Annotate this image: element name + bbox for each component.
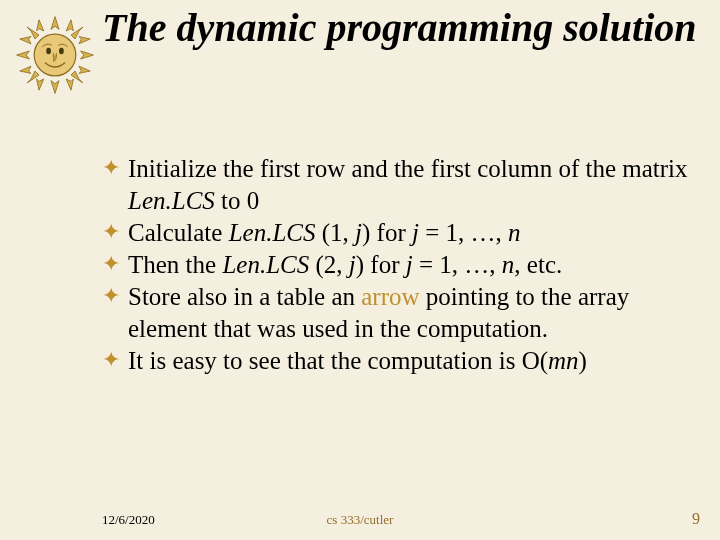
bullet-text: j xyxy=(355,219,362,246)
bullet-text: j xyxy=(412,219,419,246)
bullet-text: Initialize the first row and the first c… xyxy=(128,155,688,182)
bullet-text: ) xyxy=(579,347,587,374)
svg-marker-13 xyxy=(79,66,90,73)
bullet-item: ✦Then the Len.LCS (2, j) for j = 1, …, n… xyxy=(102,249,696,281)
svg-point-18 xyxy=(59,48,64,54)
svg-marker-9 xyxy=(66,20,73,31)
svg-marker-10 xyxy=(20,37,31,44)
bullet-item: ✦Store also in a table an arrow pointing… xyxy=(102,281,696,345)
bullet-text: Calculate xyxy=(128,219,229,246)
bullet-mark-icon: ✦ xyxy=(102,250,120,278)
bullet-text: ) for xyxy=(356,251,406,278)
footer-page-number: 9 xyxy=(692,510,700,528)
bullet-text: (2, xyxy=(309,251,349,278)
svg-point-16 xyxy=(34,34,76,76)
slide-body: ✦Initialize the first row and the first … xyxy=(102,153,696,377)
svg-marker-1 xyxy=(51,81,59,94)
bullet-text: n xyxy=(502,251,515,278)
bullet-mark-icon: ✦ xyxy=(102,218,120,246)
sun-face-icon xyxy=(15,15,95,95)
bullet-item: ✦It is easy to see that the computation … xyxy=(102,345,696,377)
bullet-text: j xyxy=(349,251,356,278)
svg-marker-15 xyxy=(66,79,73,90)
bullet-text: mn xyxy=(548,347,579,374)
bullet-text: = 1, …, xyxy=(413,251,502,278)
slide-title: The dynamic programming solution xyxy=(102,6,700,49)
bullet-text: Then the xyxy=(128,251,222,278)
bullet-text: j xyxy=(406,251,413,278)
svg-marker-0 xyxy=(51,17,59,30)
bullet-text: n xyxy=(508,219,521,246)
svg-marker-12 xyxy=(79,37,90,44)
bullet-mark-icon: ✦ xyxy=(102,154,120,182)
footer-course: cs 333/cutler xyxy=(0,512,720,528)
bullet-text: Len.LCS xyxy=(128,187,215,214)
bullet-mark-icon: ✦ xyxy=(102,346,120,374)
bullet-text: Store also in a table an xyxy=(128,283,361,310)
bullet-text: to 0 xyxy=(215,187,259,214)
svg-marker-8 xyxy=(37,20,44,31)
svg-point-17 xyxy=(46,48,51,54)
svg-marker-2 xyxy=(17,51,30,59)
bullet-mark-icon: ✦ xyxy=(102,282,120,310)
bullet-text: It is easy to see that the computation i… xyxy=(128,347,548,374)
bullet-item: ✦Calculate Len.LCS (1, j) for j = 1, …, … xyxy=(102,217,696,249)
bullet-text: (1, xyxy=(316,219,356,246)
svg-marker-3 xyxy=(81,51,94,59)
bullet-text: Len.LCS xyxy=(229,219,316,246)
svg-marker-11 xyxy=(20,66,31,73)
svg-marker-14 xyxy=(37,79,44,90)
bullet-text: Len.LCS xyxy=(222,251,309,278)
slide: The dynamic programming solution ✦Initia… xyxy=(0,0,720,540)
bullet-item: ✦Initialize the first row and the first … xyxy=(102,153,696,217)
bullet-text: = 1, …, xyxy=(419,219,508,246)
bullet-text: ) for xyxy=(362,219,412,246)
bullet-text: arrow xyxy=(361,283,419,310)
bullet-text: , etc. xyxy=(514,251,562,278)
